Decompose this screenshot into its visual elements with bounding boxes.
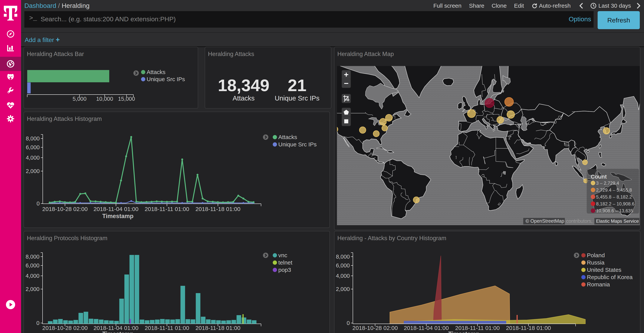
svg-text:4,000: 4,000 [26,155,40,161]
svg-text:Romania: Romania [587,281,610,287]
svg-text:vnc: vnc [278,252,287,258]
svg-text:Attacks: Attacks [146,69,166,75]
svg-text:6,000: 6,000 [26,262,40,268]
svg-text:2018-11-04 01:00: 2018-11-04 01:00 [94,206,138,212]
svg-text:0: 0 [36,200,40,207]
svg-text:2018-11-11 01:00: 2018-11-11 01:00 [455,325,500,331]
svg-text:© OpenStreetMap: © OpenStreetMap [526,218,564,224]
svg-text:10,908.6 – 13,635: 10,908.6 – 13,635 [596,208,633,213]
svg-text:4,000: 4,000 [336,273,350,279]
svg-text:United States: United States [587,267,622,273]
svg-text:Timestamp: Timestamp [102,213,134,219]
svg-text:2,729.4 – 5,455.8: 2,729.4 – 5,455.8 [596,187,632,193]
svg-text:Timestamp: Timestamp [448,330,479,333]
svg-text:Republic of Korea: Republic of Korea [587,274,633,280]
svg-text:5,000: 5,000 [73,96,87,102]
svg-text:Poland: Poland [587,252,605,258]
svg-text:2,000: 2,000 [26,168,40,174]
svg-text:6,000: 6,000 [26,144,40,150]
svg-text:2018-11-11 01:00: 2018-11-11 01:00 [145,325,189,331]
svg-text:2018-11-04 01:00: 2018-11-04 01:00 [404,325,449,331]
svg-text:0: 0 [347,320,350,326]
svg-text:10,000: 10,000 [96,96,113,102]
svg-text:2018-11-04 01:00: 2018-11-04 01:00 [94,325,138,331]
svg-text:Elastic Maps Service: Elastic Maps Service [596,218,639,224]
svg-text:2018-10-28 02:00: 2018-10-28 02:00 [42,206,88,212]
svg-text:2018-10-28 02:00: 2018-10-28 02:00 [352,325,398,331]
svg-text:Unique Src IPs: Unique Src IPs [278,141,317,148]
svg-text:2,000: 2,000 [336,286,350,292]
svg-text:6,000: 6,000 [336,262,350,268]
svg-text:Timestamp: Timestamp [102,330,134,333]
svg-text:3 – 2,729.4: 3 – 2,729.4 [596,180,619,186]
svg-text:2018-10-28 02:00: 2018-10-28 02:00 [42,325,88,331]
svg-text:telnet: telnet [278,259,292,266]
svg-text:2018-11-18 01:00: 2018-11-18 01:00 [196,325,240,331]
svg-text:8,000: 8,000 [26,135,40,142]
svg-text:8,000: 8,000 [336,254,350,260]
svg-text:pop3: pop3 [278,267,291,273]
svg-text:8,000: 8,000 [26,254,40,260]
svg-text:2018-11-18 01:00: 2018-11-18 01:00 [506,325,551,331]
svg-text:4,000: 4,000 [26,273,40,279]
svg-text:Count: Count [591,174,607,180]
svg-text:2018-11-18 01:00: 2018-11-18 01:00 [196,206,240,212]
svg-text:contributors,: contributors, [566,218,593,224]
svg-text:5,455.8 – 8,182.2: 5,455.8 – 8,182.2 [596,194,632,199]
svg-text:Attacks: Attacks [278,134,297,140]
svg-text:2018-11-11 01:00: 2018-11-11 01:00 [145,206,189,212]
svg-text:2,000: 2,000 [26,286,40,292]
svg-text:Russia: Russia [587,259,604,266]
svg-text:Unique Src IPs: Unique Src IPs [146,76,185,82]
svg-text:0: 0 [36,320,40,326]
svg-text:8,182.2 – 10,908.6: 8,182.2 – 10,908.6 [596,201,634,206]
svg-text:15,000: 15,000 [118,96,135,102]
